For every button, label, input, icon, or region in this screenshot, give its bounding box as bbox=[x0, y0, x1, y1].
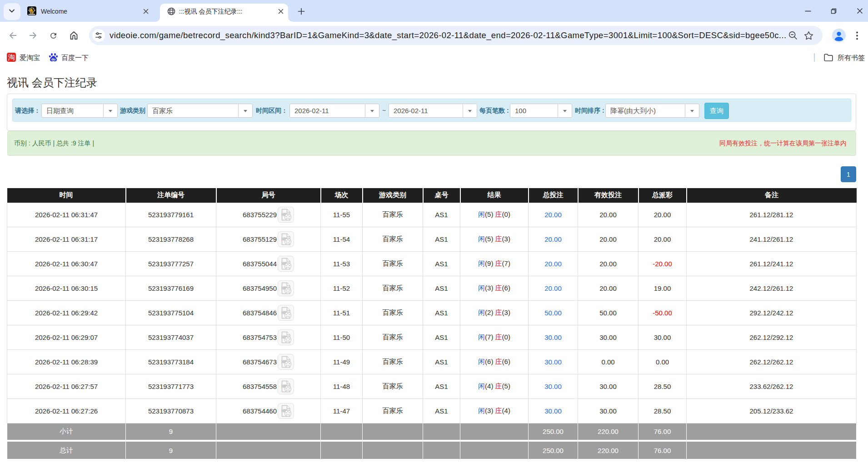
svg-text:du: du bbox=[51, 57, 56, 61]
